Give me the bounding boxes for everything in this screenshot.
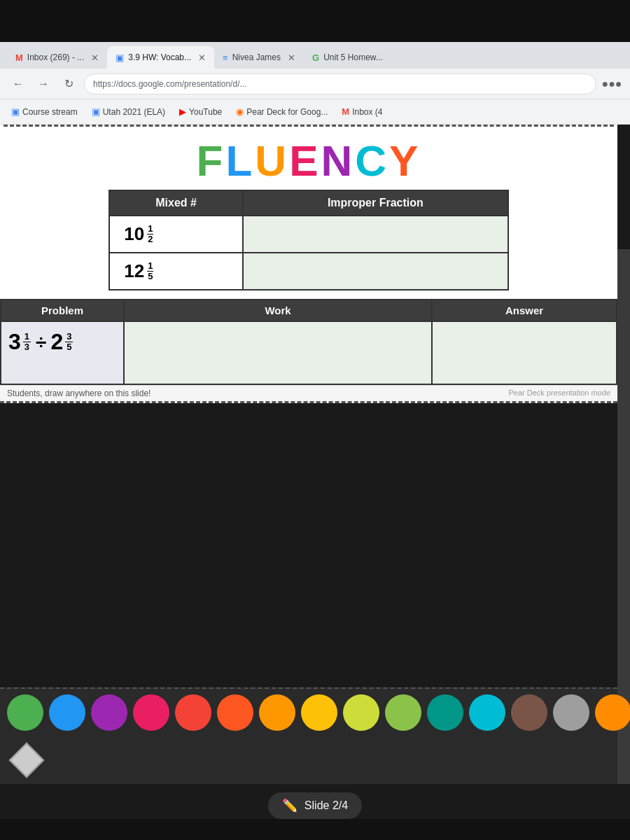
peardeck-bookmark-icon: ◉ [236,106,244,117]
inbox-bookmark-icon: M [342,106,349,117]
draw-note: Students, draw anywhere on this slide! P… [0,385,617,403]
bookmark-utah[interactable]: ▣ Utah 2021 (ELA) [86,104,171,120]
slide-edit-icon: ✏️ [282,798,298,813]
bookmarks-bar: ▣ Course stream ▣ Utah 2021 (ELA) ▶ YouT… [0,99,630,125]
tab-bar: M Inbox (269) - ... ✕ ▣ 3.9 HW: Vocab...… [0,42,630,69]
fluency-header-mixed: Mixed # [109,190,243,216]
course-stream-bookmark-icon: ▣ [11,106,20,117]
fluency-row-1: 10 1 2 [109,216,508,253]
docs-tab-icon: ≡ [223,52,228,63]
whole-part-1: 10 [124,223,144,245]
color-dot-4[interactable] [175,694,211,731]
color-dot-11[interactable] [469,694,505,731]
reload-button[interactable]: ↻ [59,74,78,94]
color-dot-3[interactable] [133,694,169,731]
pwa-problem-cell: 3 1 3 ÷ 2 3 [1,321,124,384]
fluency-table: Mixed # Improper Fraction 10 1 2 [108,190,509,290]
bookmark-youtube[interactable]: ▶ YouTube [174,104,227,120]
fluency-header-improper: Improper Fraction [243,190,508,216]
title-letter-C: C [355,136,389,185]
dividend-fraction: 1 3 [23,332,31,353]
math-expression: 3 1 3 ÷ 2 3 [8,329,116,355]
classroom-s-tab-icon: G [312,52,319,63]
bookmark-peardeck[interactable]: ◉ Pear Deck for Goog... [230,104,333,120]
tab-gmail[interactable]: M Inbox (269) - ... ✕ [7,46,107,69]
color-dot-1[interactable] [49,694,85,731]
color-dot-8[interactable] [343,694,379,731]
forward-button[interactable]: → [34,74,53,94]
pwa-answer-cell[interactable] [432,321,617,384]
title-letter-U: U [255,136,289,185]
pwa-header-work: Work [124,300,432,321]
eraser-tool[interactable] [9,743,45,778]
bookmark-peardeck-label: Pear Deck for Goog... [246,107,328,117]
tab-gmail-close[interactable]: ✕ [91,52,99,63]
pwa-header-problem: Problem [1,300,124,321]
division-operator: ÷ [36,331,46,354]
tab-vocab-close[interactable]: ✕ [198,52,206,63]
slide-indicator: ✏️ Slide 2/4 [268,792,362,819]
tab-vocab[interactable]: ▣ 3.9 HW: Vocab... ✕ [107,46,214,69]
divisor-fraction: 3 5 [65,332,73,353]
mixed-number-1: 10 1 2 [124,223,228,245]
fluency-row2-improper[interactable] [243,253,508,290]
black-bar-top [0,0,630,42]
divisor: 2 3 5 [50,329,74,355]
address-bar[interactable]: https://docs.google.com/presentation/d/.… [84,74,596,94]
color-dot-12[interactable] [511,694,547,731]
youtube-bookmark-icon: ▶ [179,106,186,117]
color-dot-7[interactable] [301,694,337,731]
color-dot-10[interactable] [427,694,463,731]
color-dot-6[interactable] [259,694,295,731]
bookmark-course-stream[interactable]: ▣ Course stream [6,104,83,120]
draw-note-text: Students, draw anywhere on this slide! [7,388,150,398]
content-area: FLUENCY Mixed # Improper Fraction 10 [0,125,630,840]
whole-part-2: 12 [124,260,144,282]
tab-nivea[interactable]: ≡ Nivea James ✕ [214,46,304,69]
color-dot-14[interactable] [595,694,630,731]
extensions-button[interactable]: ●●● [602,74,622,94]
classroom-tab-icon: ▣ [115,52,124,63]
color-dot-13[interactable] [553,694,589,731]
pwa-header-answer: Answer [432,300,617,321]
fluency-row1-improper[interactable] [243,216,508,253]
utah-bookmark-icon: ▣ [92,106,100,117]
fluency-table-wrapper: Mixed # Improper Fraction 10 1 2 [0,190,617,290]
title-letter-F: F [197,136,226,185]
dividend: 3 1 3 [8,329,31,355]
pwa-work-cell[interactable] [124,321,432,384]
color-dot-2[interactable] [91,694,127,731]
black-bar-bottom [0,819,630,840]
bookmark-utah-label: Utah 2021 (ELA) [103,107,165,117]
color-dot-9[interactable] [385,694,421,731]
fluency-row-2: 12 1 5 [109,253,508,290]
tab-nivea-label: Nivea James [232,52,281,62]
title-letter-Y: Y [389,136,421,185]
fluency-row2-mixed: 12 1 5 [109,253,243,290]
problem-work-answer-table: Problem Work Answer 3 1 3 [0,299,617,385]
toolbar: ← → ↻ https://docs.google.com/presentati… [0,69,630,99]
pwa-row-1: 3 1 3 ÷ 2 3 [1,321,617,384]
bookmark-inbox[interactable]: M Inbox (4 [336,104,388,120]
mixed-number-2: 12 1 5 [124,260,228,282]
tab-gmail-label: Inbox (269) - ... [27,52,84,62]
color-dot-5[interactable] [217,694,253,731]
divisor-whole: 2 [50,329,63,355]
tab-vocab-label: 3.9 HW: Vocab... [128,52,191,62]
fluency-row1-mixed: 10 1 2 [109,216,243,253]
drawing-toolbar [0,736,617,784]
bookmark-inbox-label: Inbox (4 [352,107,382,117]
title-letter-L: L [225,136,255,185]
tab-unit5[interactable]: G Unit 5 Homew... [304,46,391,69]
slide-number-text: Slide 2/4 [304,799,348,812]
bookmark-course-stream-label: Course stream [22,107,78,117]
dividend-whole: 3 [8,329,21,355]
fraction-half: 1 2 [147,224,153,245]
color-dot-0[interactable] [7,694,43,731]
back-button[interactable]: ← [8,74,28,94]
peardeck-watermark: Pear Deck presentation mode [508,388,610,397]
color-palette [0,687,617,736]
tab-nivea-close[interactable]: ✕ [288,52,295,63]
title-letter-N: N [321,136,355,185]
slide-title: FLUENCY [0,127,617,190]
